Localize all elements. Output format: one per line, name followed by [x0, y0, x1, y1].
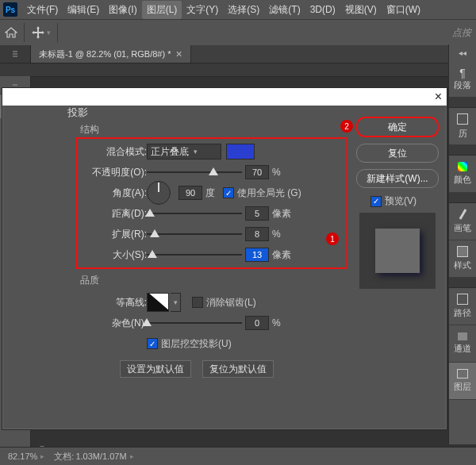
zoom-value[interactable]: 82.17% — [8, 452, 37, 461]
size-slider[interactable] — [147, 249, 242, 260]
size-label: 大小(S): — [88, 248, 147, 262]
size-value[interactable]: 13 — [245, 248, 269, 262]
panel-paths[interactable]: 路径 — [449, 288, 476, 325]
doc-info-dropdown-icon[interactable]: ▸ — [130, 452, 134, 460]
structure-label: 结构 — [80, 123, 328, 136]
angle-value[interactable]: 90 — [178, 186, 202, 200]
distance-unit: 像素 — [272, 207, 291, 221]
horizontal-ruler — [0, 63, 476, 77]
panel-color[interactable]: 颜色 — [449, 156, 476, 193]
annotation-badge-1: 1 — [326, 232, 339, 245]
new-style-button[interactable]: 新建样式(W)... — [356, 169, 439, 188]
panel-layers[interactable]: 图层 — [449, 363, 476, 400]
chevron-down-icon: ▾ — [194, 148, 198, 156]
spread-slider[interactable] — [147, 229, 242, 240]
app-logo: Ps — [3, 2, 17, 17]
global-light-checkbox[interactable]: ✓ — [223, 187, 234, 198]
options-bar: ▾ 点按 — [0, 19, 476, 45]
knockout-checkbox[interactable]: ✓ — [147, 338, 158, 349]
angle-dial[interactable] — [147, 181, 171, 205]
opacity-label: 不透明度(O): — [88, 166, 147, 179]
noise-unit: % — [272, 317, 281, 329]
preview-label: 预览(V) — [385, 194, 416, 208]
antialias-label: 消除锯齿(L) — [206, 296, 256, 309]
opacity-unit: % — [272, 167, 281, 178]
blend-mode-select[interactable]: 正片叠底 ▾ — [147, 144, 221, 159]
angle-unit: 度 — [205, 186, 215, 200]
distance-value[interactable]: 5 — [245, 206, 269, 221]
document-tab-label: 未标题-1 @ 82.2% (01, RGB/8#) * — [39, 48, 171, 60]
menu-window[interactable]: 窗口(W) — [382, 1, 425, 19]
menu-image[interactable]: 图像(I) — [104, 1, 141, 19]
antialias-checkbox[interactable]: ✓ — [192, 297, 203, 308]
preview-thumbnail — [359, 213, 436, 289]
reset-default-button[interactable]: 复位为默认值 — [202, 360, 274, 378]
distance-label: 距离(D): — [88, 207, 147, 221]
opacity-value[interactable]: 70 — [245, 165, 269, 179]
optbar-right-text: 点按 — [452, 26, 471, 40]
opacity-slider[interactable] — [147, 167, 242, 178]
expand-dock-icon[interactable]: ◂◂ — [459, 48, 466, 57]
contour-dropdown[interactable]: ▾ — [171, 293, 181, 312]
home-icon[interactable] — [5, 27, 17, 38]
contour-label: 等高线: — [88, 296, 147, 309]
knockout-label: 图层挖空投影(U) — [161, 337, 232, 351]
doc-size: 1.03M/1.07M — [75, 452, 126, 461]
distance-slider[interactable] — [147, 208, 242, 219]
layer-style-dialog: × 1 2 投影 结构 混合模式: 正片叠底 ▾ 不透明度(O): 70 % — [2, 87, 447, 430]
menu-bar: Ps 文件(F) 编辑(E) 图像(I) 图层(L) 文字(Y) 选择(S) 滤… — [0, 0, 476, 19]
preview-checkbox[interactable]: ✓ — [370, 196, 382, 207]
document-tab[interactable]: 未标题-1 @ 82.2% (01, RGB/8#) * × — [31, 45, 191, 63]
menu-layer[interactable]: 图层(L) — [142, 1, 182, 19]
right-panel-dock: ◂◂ ¶段落 历 颜色 画笔 样式 路径 通道 图层 — [448, 44, 476, 444]
shadow-color-swatch[interactable] — [226, 144, 255, 159]
menu-select[interactable]: 选择(S) — [223, 1, 264, 19]
blend-mode-label: 混合模式: — [88, 145, 147, 159]
annotation-badge-2: 2 — [340, 120, 353, 133]
quality-label: 品质 — [80, 274, 342, 287]
menu-edit[interactable]: 编辑(E) — [63, 1, 104, 19]
ok-button[interactable]: 确定 — [356, 117, 439, 137]
panel-styles[interactable]: 样式 — [449, 240, 476, 278]
panel-channels[interactable]: 通道 — [449, 325, 476, 363]
global-light-label: 使用全局光 (G) — [237, 186, 301, 200]
reset-button[interactable]: 复位 — [356, 144, 439, 163]
size-unit: 像素 — [272, 248, 291, 262]
spread-value[interactable]: 8 — [245, 227, 269, 241]
blend-mode-value: 正片叠底 — [151, 145, 189, 159]
menu-filter[interactable]: 滤镜(T) — [264, 1, 305, 19]
zoom-dropdown-icon[interactable]: ▸ — [40, 452, 44, 460]
angle-label: 角度(A): — [88, 186, 147, 200]
panel-history[interactable]: 历 — [449, 108, 476, 145]
close-icon[interactable]: × — [435, 90, 442, 104]
status-bar: 82.17% ▸ 文档: 1.03M/1.07M ▸ — [0, 447, 476, 465]
dialog-section-title: 投影 — [67, 106, 328, 120]
close-tab-icon[interactable]: × — [175, 48, 182, 60]
menu-3d[interactable]: 3D(D) — [305, 2, 340, 17]
doc-info-label: 文档: — [54, 451, 74, 463]
noise-label: 杂色(N): — [88, 317, 147, 330]
menu-file[interactable]: 文件(F) — [22, 1, 63, 19]
noise-slider[interactable] — [147, 317, 242, 329]
tool-preset-dropdown[interactable]: ▾ — [47, 29, 51, 37]
contour-picker[interactable] — [147, 293, 169, 312]
set-default-button[interactable]: 设置为默认值 — [120, 360, 191, 378]
document-tab-bar: 未标题-1 @ 82.2% (01, RGB/8#) * × — [0, 45, 476, 63]
menu-type[interactable]: 文字(Y) — [182, 1, 223, 19]
spread-unit: % — [272, 229, 281, 240]
move-tool-icon[interactable] — [31, 25, 45, 40]
spread-label: 扩展(R): — [88, 228, 147, 241]
menu-view[interactable]: 视图(V) — [340, 1, 382, 19]
dialog-title-bar[interactable]: × — [2, 88, 447, 106]
noise-value[interactable]: 0 — [245, 316, 269, 330]
panel-brushes[interactable]: 画笔 — [449, 203, 476, 240]
panel-paragraph[interactable]: ¶段落 — [449, 60, 476, 98]
